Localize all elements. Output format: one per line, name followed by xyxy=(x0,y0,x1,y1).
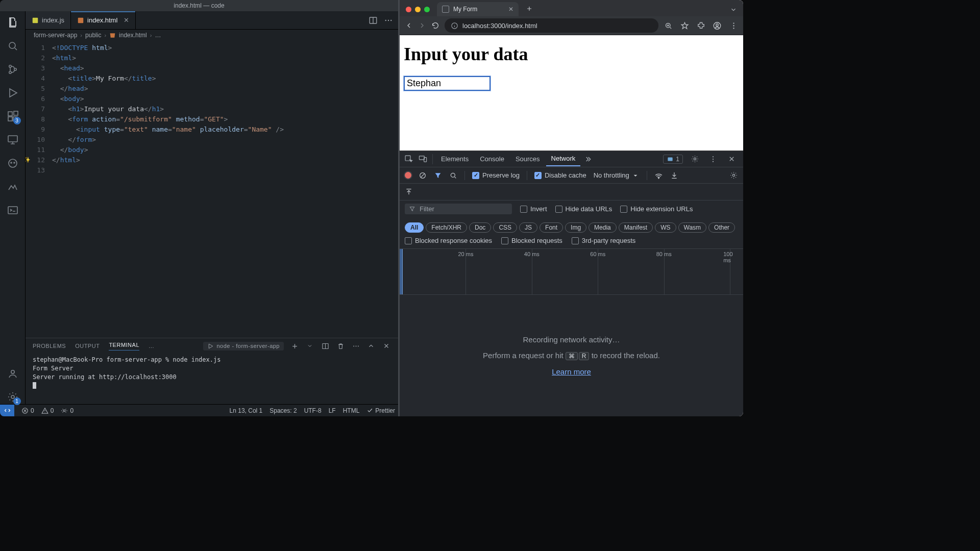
preserve-log-checkbox[interactable]: Preserve log xyxy=(472,171,520,179)
type-chip[interactable]: WS xyxy=(655,222,676,233)
zoom-icon[interactable] xyxy=(664,21,673,30)
account-icon[interactable] xyxy=(6,366,20,381)
explorer-icon[interactable] xyxy=(6,15,20,30)
extensions-icon[interactable]: 3 xyxy=(6,109,20,123)
type-chip[interactable]: Img xyxy=(565,222,586,233)
panel-close-icon[interactable] xyxy=(382,341,391,350)
terminal-kill-icon[interactable] xyxy=(336,341,345,350)
remote-indicator-icon[interactable] xyxy=(0,405,14,416)
hide-extension-urls-checkbox[interactable]: Hide extension URLs xyxy=(620,205,693,213)
status-errors[interactable]: 0 xyxy=(21,407,34,414)
devtools-tabs-overflow-icon[interactable] xyxy=(581,153,595,166)
editor-tab[interactable]: index.html✕ xyxy=(71,11,136,29)
network-timeline[interactable]: 20 ms40 ms60 ms80 ms100 ms xyxy=(400,249,743,295)
status-spaces[interactable]: Spaces: 2 xyxy=(270,407,297,414)
reload-icon[interactable] xyxy=(431,21,439,30)
forward-icon[interactable] xyxy=(418,21,426,30)
type-chip[interactable]: CSS xyxy=(493,222,517,233)
type-chip[interactable]: All xyxy=(405,222,424,233)
export-har-icon[interactable] xyxy=(405,188,413,196)
breadcrumb-seg[interactable]: index.html xyxy=(119,32,147,39)
site-info-icon[interactable] xyxy=(451,22,458,30)
devtools-tab-network[interactable]: Network xyxy=(546,152,581,166)
type-chip[interactable]: Doc xyxy=(469,222,491,233)
panel-tab-more[interactable]: … xyxy=(149,343,155,349)
extensions-puzzle-icon[interactable] xyxy=(696,21,705,30)
status-encoding[interactable]: UTF-8 xyxy=(304,407,322,414)
panel-maximize-icon[interactable] xyxy=(366,341,376,350)
remote-explorer-icon[interactable] xyxy=(6,133,20,147)
panel-tab-output[interactable]: OUTPUT xyxy=(75,343,100,349)
panel-tab-problems[interactable]: PROBLEMS xyxy=(33,343,66,349)
split-editor-icon[interactable] xyxy=(369,16,378,25)
status-lang[interactable]: HTML xyxy=(343,407,360,414)
code-editor[interactable]: 12345678910111213 <!DOCTYPE html><html> … xyxy=(26,41,398,338)
type-chip[interactable]: Font xyxy=(540,222,563,233)
source-control-icon[interactable] xyxy=(6,62,20,77)
devtools-tab-elements[interactable]: Elements xyxy=(436,152,474,166)
run-debug-icon[interactable] xyxy=(6,86,20,100)
disable-cache-checkbox[interactable]: Disable cache xyxy=(534,171,586,179)
record-button-icon[interactable] xyxy=(405,172,411,179)
terminal-new-icon[interactable] xyxy=(290,341,299,350)
status-prettier[interactable]: Prettier xyxy=(366,407,395,414)
tab-close-icon[interactable]: ✕ xyxy=(124,16,129,24)
network-conditions-icon[interactable] xyxy=(654,171,663,180)
devtools-tab-sources[interactable]: Sources xyxy=(510,152,545,166)
inspect-icon[interactable] xyxy=(402,153,415,166)
tabstrip-dropdown-icon[interactable] xyxy=(729,5,738,14)
kebab-menu-icon[interactable] xyxy=(729,21,738,30)
graph-icon[interactable] xyxy=(6,180,20,194)
panel-more-icon[interactable] xyxy=(351,341,360,350)
minimize-window-icon[interactable] xyxy=(415,7,421,12)
more-actions-icon[interactable] xyxy=(384,16,393,25)
filter-input[interactable]: Filter xyxy=(405,204,512,214)
blocked-cookies-checkbox[interactable]: Blocked response cookies xyxy=(405,237,492,244)
invert-checkbox[interactable]: Invert xyxy=(520,205,547,213)
profile-icon[interactable] xyxy=(713,21,722,30)
devtools-settings-icon[interactable] xyxy=(688,153,701,166)
search-network-icon[interactable] xyxy=(449,171,457,180)
breadcrumb-seg[interactable]: … xyxy=(155,32,161,39)
type-chip[interactable]: Media xyxy=(589,222,617,233)
terminal-activity-icon[interactable] xyxy=(6,203,20,217)
device-toggle-icon[interactable] xyxy=(416,153,429,166)
third-party-checkbox[interactable]: 3rd-party requests xyxy=(572,237,636,244)
new-tab-icon[interactable] xyxy=(525,4,534,13)
panel-task-label[interactable]: node - form-server-app xyxy=(217,343,280,349)
devtools-tab-console[interactable]: Console xyxy=(475,152,509,166)
bookmark-icon[interactable] xyxy=(680,21,689,30)
issues-badge[interactable]: 1 xyxy=(663,155,683,164)
type-chip[interactable]: Wasm xyxy=(678,222,707,233)
hide-data-urls-checkbox[interactable]: Hide data URLs xyxy=(555,205,612,213)
breadcrumb-seg[interactable]: public xyxy=(85,32,101,39)
learn-more-link[interactable]: Learn more xyxy=(552,367,591,376)
editor-tab[interactable]: index.js xyxy=(26,11,71,29)
type-chip[interactable]: Fetch/XHR xyxy=(426,222,467,233)
status-warnings[interactable]: 0 xyxy=(41,407,54,414)
type-chip[interactable]: Other xyxy=(708,222,735,233)
clear-icon[interactable] xyxy=(419,171,427,180)
status-cursor[interactable]: Ln 13, Col 1 xyxy=(230,407,263,414)
terminal-dropdown-icon[interactable] xyxy=(305,341,314,350)
blocked-requests-checkbox[interactable]: Blocked requests xyxy=(501,237,562,244)
browser-tab[interactable]: My Form ✕ xyxy=(437,2,519,16)
name-input[interactable] xyxy=(404,76,491,91)
devtools-close-icon[interactable] xyxy=(725,153,738,166)
terminal-split-icon[interactable] xyxy=(321,341,330,350)
import-har-icon[interactable] xyxy=(670,171,678,180)
copilot-icon[interactable] xyxy=(6,156,20,170)
throttling-select[interactable]: No throttling xyxy=(594,171,640,180)
back-icon[interactable] xyxy=(405,21,413,30)
breadcrumb[interactable]: form-server-app› public› index.html› … xyxy=(26,30,398,41)
status-ports[interactable]: 0 xyxy=(61,407,74,414)
breadcrumb-seg[interactable]: form-server-app xyxy=(34,32,77,39)
close-window-icon[interactable] xyxy=(406,7,411,12)
status-eol[interactable]: LF xyxy=(329,407,336,414)
tab-close-icon[interactable]: ✕ xyxy=(508,6,513,13)
type-chip[interactable]: JS xyxy=(519,222,537,233)
address-bar[interactable]: localhost:3000/index.html xyxy=(445,18,658,33)
type-chip[interactable]: Manifest xyxy=(619,222,653,233)
search-icon[interactable] xyxy=(6,39,20,53)
filter-toggle-icon[interactable] xyxy=(434,171,442,180)
